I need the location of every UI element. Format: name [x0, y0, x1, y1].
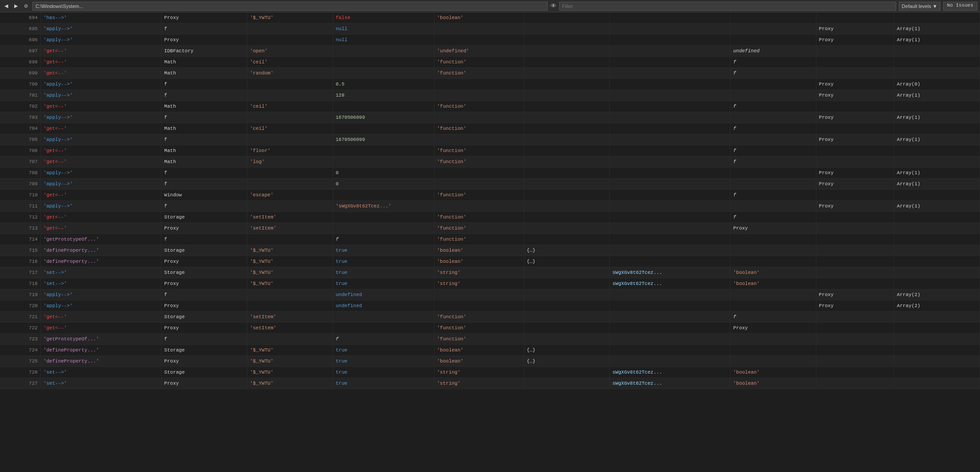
descriptor-cell	[524, 134, 609, 145]
new-value-cell	[610, 46, 730, 57]
return-val-cell	[894, 334, 980, 345]
value-cell: 0	[333, 179, 435, 190]
new-type-cell	[730, 134, 816, 145]
table-row[interactable]: 716'defineProperty...'Proxy'$_YWTU'true'…	[0, 256, 980, 267]
trap-cell: 'get<--'	[40, 57, 161, 68]
descriptor-cell	[524, 378, 609, 389]
return-val-cell: Array(1)	[894, 35, 980, 46]
value-cell	[333, 123, 435, 134]
object-cell: f	[161, 112, 247, 123]
levels-button[interactable]: Default levels ▼	[899, 2, 941, 11]
return-val-cell	[894, 12, 980, 23]
return-val-cell	[894, 57, 980, 68]
object-cell: Window	[161, 190, 247, 201]
new-value-cell	[610, 256, 730, 267]
table-row[interactable]: 725'defineProperty...'Proxy'$_YWTU'true'…	[0, 356, 980, 367]
return-val-cell: Array(2)	[894, 289, 980, 300]
property-cell	[247, 23, 333, 35]
table-row[interactable]: 726'set-->'Storage'$_YWTU'true'string'sW…	[0, 367, 980, 378]
back-button[interactable]: ◀	[3, 2, 10, 10]
receiver-cell	[816, 145, 894, 156]
receiver-cell	[816, 367, 894, 378]
object-cell: f	[161, 179, 247, 190]
property-cell	[247, 168, 333, 179]
table-row[interactable]: 701'apply-->'f128ProxyArray(1)	[0, 90, 980, 101]
new-value-cell	[610, 300, 730, 312]
descriptor-cell	[524, 156, 609, 168]
path-input[interactable]	[32, 2, 548, 11]
forward-button[interactable]: ▶	[12, 2, 20, 10]
table-row[interactable]: 712'get<--'Storage'setItem''function'f	[0, 212, 980, 223]
table-row[interactable]: 699'get<--'Math'random''function'f	[0, 68, 980, 79]
new-value-cell	[610, 323, 730, 334]
table-row[interactable]: 695'apply-->'fnullProxyArray(1)	[0, 23, 980, 35]
descriptor-cell	[524, 101, 609, 112]
new-type-cell	[730, 112, 816, 123]
object-cell: f	[161, 134, 247, 145]
receiver-cell: Proxy	[816, 179, 894, 190]
value-cell	[333, 323, 435, 334]
new-value-cell	[610, 112, 730, 123]
table-row[interactable]: 720'apply-->'ProxyundefinedProxyArray(2)	[0, 300, 980, 312]
object-cell: Proxy	[161, 356, 247, 367]
table-row[interactable]: 711'apply-->'f'sWgXGv8t62Tcez...'ProxyAr…	[0, 201, 980, 212]
new-value-cell: sWgXGv8t62Tcez...	[610, 378, 730, 389]
type-cell: 'function'	[434, 156, 524, 168]
descriptor-cell	[524, 323, 609, 334]
table-row[interactable]: 709'apply-->'f0ProxyArray(1)	[0, 179, 980, 190]
table-row[interactable]: 722'get<--'Proxy'setItem''function'Proxy	[0, 323, 980, 334]
log-table-container[interactable]: 694'has-->'Proxy'$_YWTU'false'boolean'69…	[0, 12, 980, 472]
trap-cell: 'apply-->'	[40, 23, 161, 35]
table-row[interactable]: 713'get<--'Proxy'setItem''function'Proxy	[0, 223, 980, 234]
table-row[interactable]: 697'get<--'IDBFactory'open''undefined'un…	[0, 46, 980, 57]
table-row[interactable]: 706'get<--'Math'floor''function'f	[0, 145, 980, 156]
table-row[interactable]: 714'getPrototypeOf...'ff'function'	[0, 234, 980, 245]
table-row[interactable]: 705'apply-->'f1670506099ProxyArray(1)	[0, 134, 980, 145]
table-row[interactable]: 718'set-->'Proxy'$_YWTU'true'string'sWgX…	[0, 278, 980, 289]
property-cell: 'setItem'	[247, 212, 333, 223]
table-row[interactable]: 715'defineProperty...'Storage'$_YWTU'tru…	[0, 245, 980, 256]
value-cell	[333, 223, 435, 234]
trap-cell: 'get<--'	[40, 123, 161, 134]
new-value-cell	[610, 334, 730, 345]
new-type-cell: f	[730, 156, 816, 168]
receiver-cell: Proxy	[816, 201, 894, 212]
return-val-cell	[894, 312, 980, 323]
table-row[interactable]: 719'apply-->'fundefinedProxyArray(2)	[0, 289, 980, 300]
value-cell: 1670506099	[333, 134, 435, 145]
property-cell	[247, 289, 333, 300]
table-row[interactable]: 717'set-->'Storage'$_YWTU'true'string'sW…	[0, 267, 980, 278]
table-row[interactable]: 704'get<--'Math'ceil''function'f	[0, 123, 980, 134]
table-row[interactable]: 696'apply-->'ProxynullProxyArray(1)	[0, 35, 980, 46]
trap-cell: 'getPrototypeOf...'	[40, 234, 161, 245]
table-row[interactable]: 724'defineProperty...'Storage'$_YWTU'tru…	[0, 345, 980, 356]
table-row[interactable]: 727'set-->'Proxy'$_YWTU'true'string'sWgX…	[0, 378, 980, 389]
table-row[interactable]: 721'get<--'Storage'setItem''function'f	[0, 312, 980, 323]
object-cell: f	[161, 289, 247, 300]
new-type-cell	[730, 256, 816, 267]
table-row[interactable]: 702'get<--'Math'ceil''function'f	[0, 101, 980, 112]
receiver-cell	[816, 334, 894, 345]
table-row[interactable]: 698'get<--'Math'ceil''function'f	[0, 57, 980, 68]
table-row[interactable]: 703'apply-->'f1670506099ProxyArray(1)	[0, 112, 980, 123]
type-cell: 'string'	[434, 367, 524, 378]
new-value-cell	[610, 179, 730, 190]
table-row[interactable]: 710'get<--'Window'escape''function'f	[0, 190, 980, 201]
receiver-cell	[816, 234, 894, 245]
trap-cell: 'get<--'	[40, 312, 161, 323]
table-row[interactable]: 707'get<--'Math'log''function'f	[0, 156, 980, 168]
table-row[interactable]: 700'apply-->'f0.5ProxyArray(0)	[0, 79, 980, 90]
table-row[interactable]: 708'apply-->'f0ProxyArray(1)	[0, 168, 980, 179]
trap-cell: 'apply-->'	[40, 134, 161, 145]
table-row[interactable]: 723'getPrototypeOf...'ff'function'	[0, 334, 980, 345]
new-value-cell	[610, 57, 730, 68]
receiver-cell	[816, 156, 894, 168]
object-cell: Math	[161, 145, 247, 156]
type-cell: 'function'	[434, 334, 524, 345]
table-row[interactable]: 694'has-->'Proxy'$_YWTU'false'boolean'	[0, 12, 980, 23]
new-type-cell	[730, 334, 816, 345]
stop-button[interactable]: ⊘	[22, 2, 30, 10]
object-cell: Proxy	[161, 300, 247, 312]
descriptor-cell	[524, 112, 609, 123]
filter-input[interactable]	[559, 2, 896, 11]
